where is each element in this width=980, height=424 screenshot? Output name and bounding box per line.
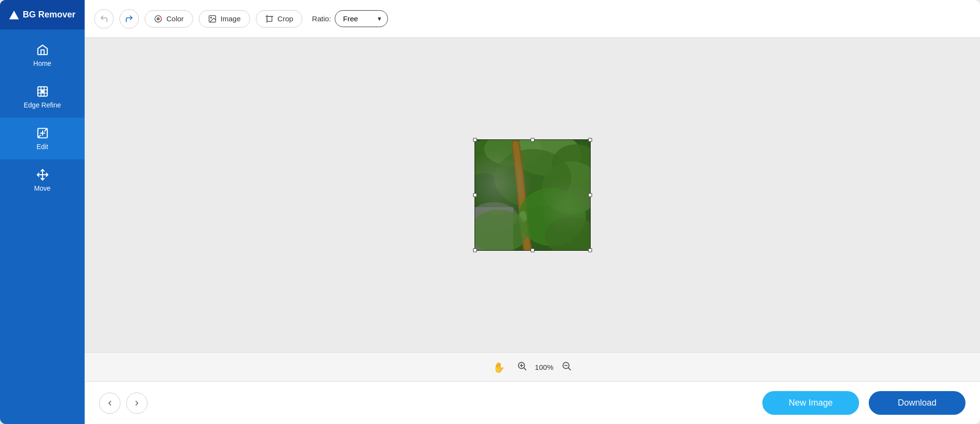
edit-icon [36, 126, 49, 140]
footer-actions: New Image Download [762, 391, 965, 415]
app-name: BG Remover [23, 10, 75, 20]
zoom-out-icon[interactable] [561, 361, 572, 374]
ratio-select-wrapper[interactable]: Free 1:1 4:3 16:9 3:2 ▼ [335, 10, 388, 27]
home-icon [36, 43, 49, 57]
sidebar-item-move[interactable]: Move [0, 159, 85, 201]
svg-point-25 [545, 217, 591, 251]
canvas-image [475, 139, 591, 251]
svg-point-13 [475, 139, 513, 178]
svg-point-22 [519, 211, 527, 223]
canvas-area [85, 38, 980, 352]
sidebar-item-edge-refine-label: Edge Refine [24, 101, 61, 109]
svg-point-18 [542, 161, 591, 214]
image-button[interactable]: Image [199, 10, 250, 28]
ratio-container: Ratio: Free 1:1 4:3 16:9 3:2 ▼ [312, 10, 388, 27]
sidebar-item-edge-refine[interactable]: Edge Refine [0, 76, 85, 118]
footer: New Image Download [85, 381, 980, 424]
nav-prev-button[interactable] [99, 393, 120, 414]
toolbar: Color Image Crop Ratio: Fr [85, 0, 980, 38]
svg-point-1 [41, 91, 43, 92]
main-content: Color Image Crop Ratio: Fr [85, 0, 980, 424]
logo-icon [9, 11, 19, 19]
svg-point-17 [475, 173, 506, 222]
svg-point-16 [552, 144, 591, 183]
svg-point-6 [157, 17, 160, 20]
crop-label: Crop [278, 15, 294, 23]
svg-line-27 [524, 368, 526, 370]
sidebar-item-home[interactable]: Home [0, 34, 85, 76]
nav-next-button[interactable] [126, 393, 148, 414]
ratio-label: Ratio: [312, 15, 331, 23]
svg-rect-12 [475, 139, 591, 251]
hand-icon[interactable]: ✋ [493, 362, 505, 373]
sidebar-item-edit-label: Edit [36, 143, 48, 151]
svg-line-31 [568, 368, 570, 370]
svg-point-15 [513, 139, 581, 176]
svg-point-24 [475, 210, 528, 251]
svg-point-21 [475, 202, 518, 231]
ratio-select[interactable]: Free 1:1 4:3 16:9 3:2 [335, 10, 388, 27]
svg-rect-9 [267, 16, 272, 21]
edge-refine-icon [36, 85, 49, 98]
crop-container[interactable] [475, 139, 591, 251]
svg-point-14 [484, 139, 542, 166]
color-label: Color [166, 15, 184, 23]
sidebar-item-edit[interactable]: Edit [0, 118, 85, 159]
undo-button[interactable] [94, 9, 114, 29]
zoom-level: 100% [535, 363, 553, 371]
zoom-bar: ✋ 100% [85, 352, 980, 381]
svg-rect-20 [475, 207, 513, 251]
move-icon [36, 168, 49, 182]
zoom-in-icon[interactable] [517, 361, 527, 374]
app-logo: BG Remover [0, 0, 85, 30]
sidebar-item-move-label: Move [34, 184, 50, 192]
sidebar-nav: Home Edge Refine Edit [0, 30, 85, 201]
footer-nav [99, 393, 148, 414]
svg-point-19 [494, 149, 571, 207]
sidebar: BG Remover Home Edge Refine [0, 0, 85, 424]
new-image-button[interactable]: New Image [762, 391, 859, 415]
svg-point-23 [518, 188, 586, 246]
sidebar-item-home-label: Home [33, 60, 51, 67]
color-button[interactable]: Color [145, 10, 193, 28]
image-label: Image [221, 15, 241, 23]
redo-button[interactable] [119, 9, 139, 29]
download-button[interactable]: Download [869, 391, 965, 415]
svg-point-8 [210, 17, 211, 18]
crop-button[interactable]: Crop [256, 10, 303, 28]
